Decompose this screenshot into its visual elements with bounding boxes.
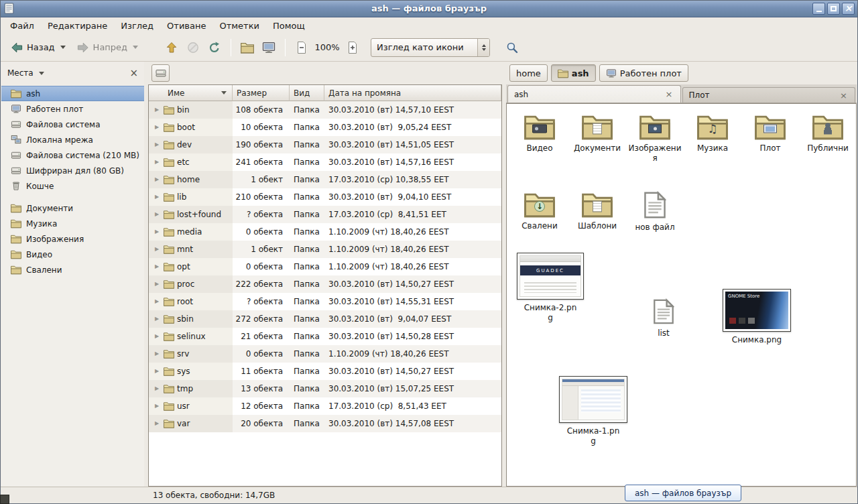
folder-list-body[interactable]: bin108 обектаПапка30.03.2010 (вт) 14,57,…: [149, 101, 501, 486]
reload-button[interactable]: [204, 36, 225, 59]
menu-bookmarks[interactable]: Отметки: [213, 19, 265, 33]
expander-icon[interactable]: [153, 264, 161, 269]
sidebar-item-music[interactable]: Музика: [1, 216, 144, 231]
expander-icon[interactable]: [153, 351, 161, 357]
icon-pictures[interactable]: Изображения: [627, 113, 682, 164]
table-row-home[interactable]: home1 обектПапка17.03.2010 (ср) 10,38,55…: [149, 171, 501, 188]
pathbar-desktop-button[interactable]: Работен плот: [599, 64, 688, 82]
table-row-lib[interactable]: lib210 обектаПапка30.03.2010 (вт) 9,04,1…: [149, 188, 501, 206]
expander-icon[interactable]: [153, 212, 161, 217]
expander-icon[interactable]: [153, 142, 161, 147]
table-row-media[interactable]: media0 обектаПапка1.10.2009 (чт) 18,40,2…: [149, 223, 501, 241]
taskbar-window-button[interactable]: ash — файлов браузър: [625, 485, 741, 501]
table-row-bin[interactable]: bin108 обектаПапка30.03.2010 (вт) 14,57,…: [149, 101, 501, 119]
computer-button[interactable]: [259, 36, 279, 59]
pathbar-root-button[interactable]: [151, 64, 170, 82]
sidebar-item-filesystem-210[interactable]: Файлова система (210 MB): [1, 147, 144, 163]
table-row-etc[interactable]: etc241 обектаПапка30.03.2010 (вт) 14,57,…: [149, 153, 501, 171]
table-row-root[interactable]: root? обектаПапка30.03.2010 (вт) 14,55,3…: [149, 293, 501, 310]
table-row-var[interactable]: var20 обектаПапка30.03.2010 (вт) 14,57,0…: [149, 415, 501, 432]
icon-view[interactable]: ВидеоДокументиИзображенияМузикаПлотПубли…: [506, 103, 857, 487]
table-row-tmp[interactable]: tmp13 обектаПапка30.03.2010 (вт) 15,07,2…: [149, 380, 501, 397]
expander-icon[interactable]: [153, 369, 161, 374]
sidebar-item-encrypted-80[interactable]: Шифриран дял (80 GB): [1, 163, 144, 178]
tab-ash[interactable]: ash: [507, 85, 681, 103]
sidebar-item-documents[interactable]: Документи: [1, 200, 144, 216]
sidebar-item-trash[interactable]: Кошче: [1, 178, 144, 194]
icon-downloads[interactable]: Свалени: [512, 191, 567, 233]
minimize-button[interactable]: [812, 3, 825, 15]
table-row-selinux[interactable]: selinux21 обектаПапка30.03.2010 (вт) 14,…: [149, 328, 501, 345]
icon-desktop[interactable]: Плот: [743, 113, 798, 164]
tab-plot[interactable]: Плот: [682, 87, 856, 103]
table-row-mnt[interactable]: mnt1 обектПапка1.10.2009 (чт) 18,40,26 E…: [149, 241, 501, 258]
tab-close-icon[interactable]: [664, 90, 674, 99]
table-row-srv[interactable]: srv0 обектаПапка1.10.2009 (чт) 18,40,26 …: [149, 345, 501, 363]
up-button[interactable]: [162, 36, 182, 59]
column-header-type[interactable]: Вид: [290, 85, 324, 101]
sidebar-item-desktop[interactable]: Работен плот: [1, 101, 144, 117]
table-row-sbin[interactable]: sbin272 обектаПапка30.03.2010 (вт) 9,04,…: [149, 310, 501, 328]
home-button[interactable]: [237, 36, 257, 59]
table-row-boot[interactable]: boot10 обектаПапка30.03.2010 (вт) 9,05,2…: [149, 119, 501, 136]
menu-help[interactable]: Помощ: [267, 19, 311, 33]
zoom-in-button[interactable]: [343, 36, 363, 59]
table-row-proc[interactable]: proc222 обектаПапка30.03.2010 (вт) 14,50…: [149, 275, 501, 293]
expander-icon[interactable]: [153, 107, 161, 113]
sidebar-item-ash[interactable]: ash: [1, 86, 144, 101]
column-header-date[interactable]: Дата на промяна: [324, 85, 501, 101]
sidebar-dropdown-icon[interactable]: [39, 72, 44, 75]
file-snimka-1[interactable]: Снимка-1.png: [554, 376, 633, 446]
sidebar-item-pictures[interactable]: Изображения: [1, 231, 144, 247]
column-header-name[interactable]: Име: [149, 85, 233, 101]
forward-button[interactable]: Напред: [72, 36, 143, 59]
stop-button[interactable]: [183, 36, 203, 59]
icon-video[interactable]: Видео: [512, 113, 567, 164]
icon-new-file[interactable]: нов файл: [627, 191, 682, 233]
menu-view[interactable]: Изглед: [115, 19, 160, 33]
icon-music[interactable]: Музика: [685, 113, 740, 164]
column-header-size[interactable]: Размер: [233, 85, 290, 101]
table-row-lost+found[interactable]: lost+found? обектаПапка17.03.2010 (ср) 8…: [149, 206, 501, 223]
table-row-usr[interactable]: usr12 обектаПапка17.03.2010 (ср) 8,51,43…: [149, 397, 501, 415]
expander-icon[interactable]: [153, 177, 161, 182]
view-mode-combobox[interactable]: Изглед като икони: [371, 38, 490, 57]
folder-list-view[interactable]: ИмеРазмерВидДата на промяна bin108 обект…: [148, 84, 502, 487]
sidebar-close-button[interactable]: [129, 68, 138, 78]
file-snimka[interactable]: GNOME StoreСнимка.png: [717, 289, 796, 345]
sidebar-item-network[interactable]: Локална мрежа: [1, 132, 144, 147]
expander-icon[interactable]: [153, 125, 161, 130]
maximize-button[interactable]: [827, 3, 840, 15]
expander-icon[interactable]: [153, 281, 161, 287]
expander-icon[interactable]: [153, 247, 161, 252]
pathbar-home-button[interactable]: home: [509, 64, 548, 82]
back-history-chevron-icon[interactable]: [60, 46, 66, 49]
icon-public[interactable]: Публични: [800, 113, 855, 164]
expander-icon[interactable]: [153, 334, 161, 339]
expander-icon[interactable]: [153, 316, 161, 322]
search-button[interactable]: [502, 36, 522, 59]
file-list[interactable]: list: [638, 298, 689, 338]
icon-documents[interactable]: Документи: [570, 113, 625, 164]
file-snimka-2[interactable]: GUADECСнимка-2.png: [513, 253, 587, 323]
menu-file[interactable]: Файл: [4, 19, 40, 33]
icon-templates[interactable]: Шаблони: [570, 191, 625, 233]
sidebar-item-filesystem[interactable]: Файлова система: [1, 117, 144, 132]
panel-corner-button[interactable]: [0, 495, 9, 504]
tab-close-icon[interactable]: [839, 91, 849, 100]
expander-icon[interactable]: [153, 194, 161, 200]
table-row-sys[interactable]: sys11 обектаПапка30.03.2010 (вт) 14,50,2…: [149, 363, 501, 380]
titlebar[interactable]: ash — файлов браузър: [0, 0, 858, 17]
sidebar-item-video[interactable]: Видео: [1, 247, 144, 262]
expander-icon[interactable]: [153, 160, 161, 165]
table-row-opt[interactable]: opt0 обектаПапка1.10.2009 (чт) 18,40,26 …: [149, 258, 501, 275]
expander-icon[interactable]: [153, 421, 161, 426]
menu-edit[interactable]: Редактиране: [42, 19, 113, 33]
expander-icon[interactable]: [153, 229, 161, 235]
expander-icon[interactable]: [153, 403, 161, 409]
sidebar-item-downloads[interactable]: Свалени: [1, 262, 144, 277]
menu-go[interactable]: Отиване: [161, 19, 212, 33]
zoom-out-button[interactable]: [292, 36, 312, 59]
pathbar-ash-button[interactable]: ash: [551, 64, 596, 82]
table-row-dev[interactable]: dev190 обектаПапка30.03.2010 (вт) 14,51,…: [149, 136, 501, 153]
